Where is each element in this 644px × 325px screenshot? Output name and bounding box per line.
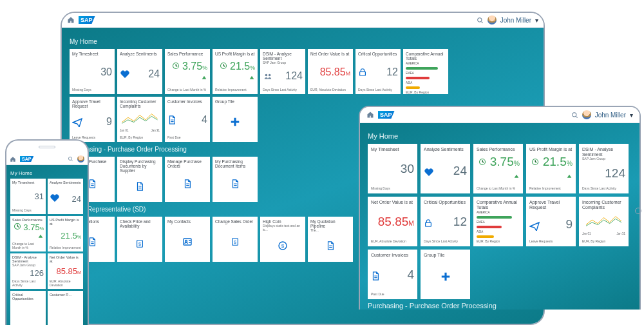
tile[interactable]: Check Price and Availability$ [117,217,162,262]
tile-footer: Leave Requests [72,135,112,139]
svg-rect-9 [184,239,191,245]
tile[interactable]: My Contacts [165,217,210,262]
shell-header: SAP John Miller ▾ [360,107,639,123]
heart-icon [424,167,434,178]
tile[interactable]: Change Sales Order$ [213,217,258,262]
tile[interactable]: Group Tile [213,97,258,142]
tile[interactable]: DSIM - Analyse SentimentSAP Jam Group126… [10,253,46,289]
avatar[interactable] [77,155,84,162]
tile-footer: EUR, Absolute Deviation [371,239,414,243]
heart-icon [50,193,60,204]
svg-point-0 [477,17,481,21]
svg-text:$: $ [281,243,285,249]
tile[interactable]: Comparative Annual TotalsAMERICAEMEAASIA… [473,197,523,246]
tile[interactable]: My Timesheet30Missing Days [70,49,115,94]
tile-title: Group Tile [424,253,467,258]
tile-footer: Change to Last Month in % [477,186,520,190]
tile[interactable]: US Profit Margin is at21.5%Relative Impr… [48,216,83,251]
tile[interactable]: High CoinDisplays static text and an ic.… [260,217,305,262]
tile-title: DSIM - Analyse Sentiment [582,147,625,157]
shell-header: SAP [6,153,88,165]
tile[interactable]: Incoming Customer ComplaintsJan 01Jan 31… [117,97,162,142]
tile-title: Analyze Sentiments [120,52,160,56]
user-name: John Miller [500,17,531,24]
svg-point-5 [269,74,271,77]
home-icon[interactable] [366,111,374,119]
tile-footer: Relative Improvement [215,88,255,92]
tile[interactable]: My Timesheet31Missing Days [10,179,46,214]
tile[interactable]: US Profit Margin is at 21.5%Relative Imp… [213,49,258,94]
tile[interactable]: Analyze Sentiments24 [48,179,83,214]
launchpad: My Home My Timesheet31Missing DaysAnalyz… [6,165,88,325]
svg-line-16 [576,116,577,117]
doc-icon [120,173,160,199]
tile-title: Analyze Sentiments [50,181,81,184]
tablet-home-button[interactable] [635,208,641,214]
tile[interactable]: Sales Performance 3.75%Change to Last Mo… [165,49,210,94]
tile[interactable]: Critical Opportunities12Days Since Last … [355,49,401,94]
tile[interactable]: Group Tile [421,250,470,299]
tile[interactable]: Critical Opportunities12Days Since Last … [421,197,470,246]
tile[interactable]: Customer Invoices4Past Due [165,97,210,142]
tile[interactable]: Net Order Value is at85.85MEUR, Absolute… [48,253,83,289]
avatar[interactable] [488,15,497,25]
tile[interactable]: Comparative Annual TotalsAMERICAEMEAASIA… [403,49,448,94]
tile[interactable]: Net Order Value is at85.85MEUR, Absolute… [368,197,417,246]
tile-subtitle: SAP Jam Group [263,61,303,64]
sap-logo: SAP [79,16,95,24]
tile[interactable]: Approve Travel Request9Leave Requests [526,197,576,246]
doc-icon [371,271,380,282]
plus-icon [215,109,255,135]
tile[interactable]: My Timesheet30Missing Days [368,144,417,193]
tile-subtitle: SAP Jam Group [12,263,44,267]
tile[interactable]: Sales Performance 3.75%Change to Last Mo… [473,144,523,193]
tile-subtitle: The... [310,228,350,232]
tile[interactable]: Net Order Value is at85.85MEUR, Absolute… [308,49,353,94]
tile[interactable]: US Profit Margin is at 21.5%Relative Imp… [526,144,576,193]
tile-footer: Days Since Last Activity [582,186,625,190]
tile[interactable]: DSIM - Analyse SentimentSAP Jam Group124… [260,49,305,94]
tile[interactable]: Customer R… [48,291,83,325]
tile[interactable]: Incoming Customer ComplaintsJan 01Jan 31… [579,197,629,246]
tile[interactable]: Customer Invoices4Past Due [368,250,417,299]
group-title-home: My Home [70,38,536,45]
home-icon[interactable] [67,16,75,24]
home-icon[interactable] [10,156,16,162]
tile-title: High Coin [263,219,303,224]
tile[interactable]: Manage Purchase Orders [165,157,210,202]
plus-icon [424,264,467,290]
search-icon[interactable] [68,156,73,162]
launchpad: My Home My Timesheet30Missing DaysAnalyz… [360,123,639,310]
tile[interactable]: DSIM - Analyse SentimentSAP Jam Group124… [579,144,629,193]
tile-title: Approve Travel Request [72,99,112,108]
avatar[interactable] [582,110,591,119]
group-title-home: My Home [368,132,632,140]
chevron-down-icon[interactable]: ▾ [630,112,633,119]
tile[interactable]: Approve Travel Request9Leave Requests [70,97,115,142]
tile[interactable]: Analyze Sentiments24 [117,49,162,94]
search-icon[interactable] [477,17,484,24]
tile[interactable]: Analyze Sentiments24 [421,144,470,193]
plane-icon [529,221,540,231]
svg-text:$: $ [138,242,141,246]
tile-title: Customer Invoices [371,253,414,258]
tile-footer: Change to Last Month in % [12,242,44,250]
tile-footer: EUR, Absolute Deviation [310,88,350,92]
lock-icon [424,218,433,229]
tile[interactable]: Sales Performance 3.75%Change to Last Mo… [10,216,46,251]
tile[interactable]: Display Purchasing Documents by Supplier [117,157,162,202]
tile-title: Net Order Value is at [50,255,81,263]
doc-icon [167,115,176,126]
tile-title: Comparative Annual Totals [477,200,520,210]
chevron-down-icon[interactable]: ▾ [535,17,538,24]
tile-footer: EUR, By Region [582,239,625,243]
search-icon[interactable] [571,112,578,119]
tile-title: Sales Performance [12,218,44,222]
tile[interactable]: My Quotation PipelineThe... [308,217,353,262]
tile-title: Change Sales Order [215,219,255,224]
tile[interactable]: My Purchasing Document Items [213,157,258,202]
tile-footer: Missing Days [72,88,112,92]
tile-footer: Days Since Last Activity [358,88,398,92]
group-title-home: My Home [10,170,84,176]
tile[interactable]: Critical Opportunities [10,291,46,325]
